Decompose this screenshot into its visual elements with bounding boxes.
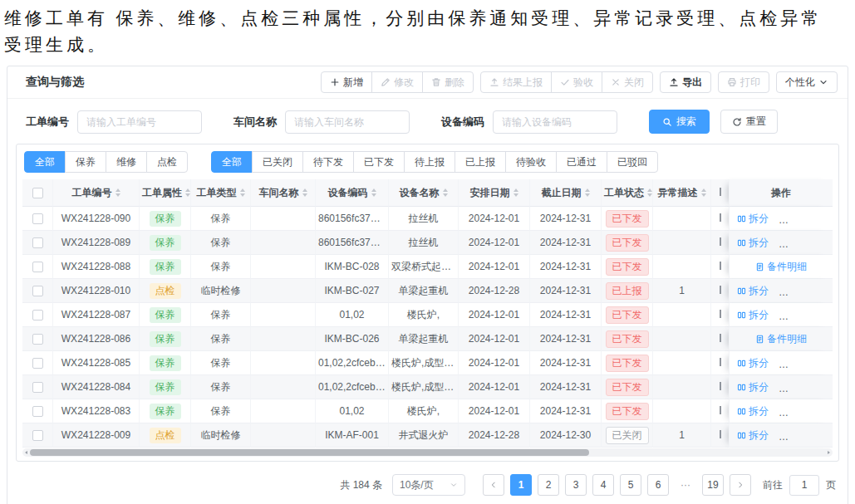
row-checkbox[interactable] bbox=[32, 262, 43, 272]
status-tag: 已下发 bbox=[606, 330, 649, 348]
truncated-cell bbox=[710, 255, 729, 279]
row-checkbox[interactable] bbox=[32, 406, 43, 417]
device-name-cell: 拉丝机 bbox=[388, 207, 458, 231]
toolbar-group: 新增修改删除 bbox=[321, 71, 474, 93]
goto-page-input[interactable] bbox=[789, 475, 819, 496]
print-icon bbox=[727, 77, 737, 87]
page-button-2[interactable]: 2 bbox=[538, 474, 559, 496]
parts-detail-link[interactable]: 备件明细 bbox=[755, 260, 807, 274]
personalize-button-label: 个性化 bbox=[785, 76, 815, 90]
due-date-cell: 2024-12-31 bbox=[529, 375, 601, 399]
table-row: WX241228-083保养保养01,02楼氏炉,2024-12-012024-… bbox=[22, 399, 833, 423]
sort-carets[interactable] bbox=[701, 188, 706, 197]
device-code-input[interactable] bbox=[493, 110, 617, 134]
view-device-link-label: 查看设备 bbox=[790, 404, 830, 418]
edit-button[interactable]: 修改 bbox=[371, 71, 423, 93]
sort-carets[interactable] bbox=[371, 188, 376, 197]
page-size-select[interactable]: 10条/页 bbox=[392, 474, 465, 496]
row-checkbox[interactable] bbox=[32, 430, 43, 441]
split-link[interactable]: 拆分 bbox=[737, 284, 769, 298]
attr-tag: 保养 bbox=[150, 259, 181, 275]
sort-carets[interactable] bbox=[115, 188, 120, 197]
split-link[interactable]: 拆分 bbox=[737, 380, 769, 394]
ops-cell: 拆分查看设备 bbox=[729, 423, 833, 448]
ops-cell: 拆分查看设备 bbox=[729, 207, 833, 231]
status-tab-3[interactable]: 已下发 bbox=[353, 151, 405, 173]
page-button-19[interactable]: 19 bbox=[702, 474, 724, 496]
schedule-date-cell: 2024-12-01 bbox=[458, 255, 529, 279]
split-link[interactable]: 拆分 bbox=[737, 356, 769, 370]
split-link[interactable]: 拆分 bbox=[737, 428, 769, 443]
row-checkbox[interactable] bbox=[32, 382, 43, 393]
next-page-button[interactable] bbox=[730, 474, 751, 496]
prev-page-button[interactable] bbox=[483, 474, 504, 496]
workshop-name-input[interactable] bbox=[285, 110, 410, 134]
page-button-1[interactable]: 1 bbox=[510, 474, 532, 496]
sort-carets[interactable] bbox=[185, 188, 190, 197]
attr-cell: 点检 bbox=[139, 279, 190, 303]
view-device-link-label: 查看设备 bbox=[790, 212, 830, 226]
split-link[interactable]: 拆分 bbox=[737, 236, 769, 250]
row-checkbox[interactable] bbox=[32, 286, 43, 296]
status-tab-5[interactable]: 已上报 bbox=[455, 151, 506, 173]
panel-header: 查询与筛选 新增修改删除结果上报验收关闭导出打印个性化 bbox=[7, 66, 848, 99]
split-link[interactable]: 拆分 bbox=[737, 308, 769, 322]
horizontal-scrollbar[interactable] bbox=[22, 448, 833, 457]
status-tab-4[interactable]: 待上报 bbox=[404, 151, 455, 173]
schedule-date-cell: 2024-12-01 bbox=[458, 327, 529, 351]
report-result-button[interactable]: 结果上报 bbox=[480, 71, 552, 93]
sort-carets[interactable] bbox=[585, 188, 590, 197]
split-link[interactable]: 拆分 bbox=[737, 404, 769, 418]
split-link[interactable]: 拆分 bbox=[737, 212, 769, 226]
row-checkbox[interactable] bbox=[32, 334, 43, 345]
view-device-link-label: 查看设备 bbox=[790, 380, 830, 394]
column-header-2: 工单类型 bbox=[190, 179, 250, 207]
parts-detail-link[interactable]: 备件明细 bbox=[755, 332, 807, 346]
sort-carets[interactable] bbox=[302, 188, 307, 197]
sort-carets[interactable] bbox=[443, 188, 448, 197]
page-button-5[interactable]: 5 bbox=[620, 474, 641, 496]
row-checkbox[interactable] bbox=[32, 310, 43, 321]
page-button-3[interactable]: 3 bbox=[565, 474, 587, 496]
status-tab-1[interactable]: 已关闭 bbox=[252, 151, 303, 173]
status-tab-7[interactable]: 已通过 bbox=[556, 151, 607, 173]
order-no-input[interactable] bbox=[77, 110, 202, 134]
status-tab-8[interactable]: 已驳回 bbox=[607, 151, 658, 173]
row-checkbox[interactable] bbox=[32, 358, 43, 369]
attr-tab-0[interactable]: 全部 bbox=[24, 151, 66, 173]
row-checkbox[interactable] bbox=[32, 237, 43, 248]
attr-tab-2[interactable]: 维修 bbox=[106, 151, 147, 173]
abnormal-cell bbox=[652, 375, 710, 399]
sort-carets[interactable] bbox=[513, 188, 518, 197]
select-all-checkbox[interactable] bbox=[32, 188, 43, 198]
accept-button[interactable]: 验收 bbox=[551, 71, 602, 93]
delete-button-label: 删除 bbox=[445, 76, 464, 90]
add-button[interactable]: 新增 bbox=[321, 71, 372, 93]
page-button-4[interactable]: 4 bbox=[592, 474, 614, 496]
close-button[interactable]: 关闭 bbox=[602, 71, 653, 93]
attr-tab-1[interactable]: 保养 bbox=[65, 151, 106, 173]
reset-button[interactable]: 重置 bbox=[720, 110, 778, 134]
accept-button-label: 验收 bbox=[573, 76, 593, 90]
delete-button[interactable]: 删除 bbox=[422, 71, 474, 93]
export-button[interactable]: 导出 bbox=[660, 71, 711, 93]
filter-row: 全部保养维修点检 全部已关闭待下发已下发待上报已上报待验收已通过已驳回 bbox=[22, 150, 833, 179]
print-button[interactable]: 打印 bbox=[718, 71, 769, 93]
personalize-button[interactable]: 个性化 bbox=[776, 71, 838, 93]
search-button[interactable]: 搜索 bbox=[649, 110, 710, 134]
row-checkbox[interactable] bbox=[32, 213, 43, 224]
status-tab-0[interactable]: 全部 bbox=[211, 151, 253, 173]
page-button-6[interactable]: 6 bbox=[647, 474, 669, 496]
attr-tab-3[interactable]: 点检 bbox=[146, 151, 188, 173]
sort-carets[interactable] bbox=[647, 188, 652, 197]
status-tab-6[interactable]: 待验收 bbox=[505, 151, 557, 173]
status-tab-2[interactable]: 待下发 bbox=[302, 151, 354, 173]
attr-tag: 保养 bbox=[150, 307, 181, 323]
scrollbar-thumb[interactable] bbox=[30, 449, 589, 456]
sort-carets[interactable] bbox=[240, 188, 245, 197]
row-select-cell bbox=[22, 255, 52, 279]
status-cell: 已下发 bbox=[601, 375, 652, 399]
workshop-cell bbox=[250, 327, 315, 351]
page-ellipsis[interactable]: ··· bbox=[675, 474, 696, 496]
column-header-4: 设备编码 bbox=[315, 179, 388, 207]
